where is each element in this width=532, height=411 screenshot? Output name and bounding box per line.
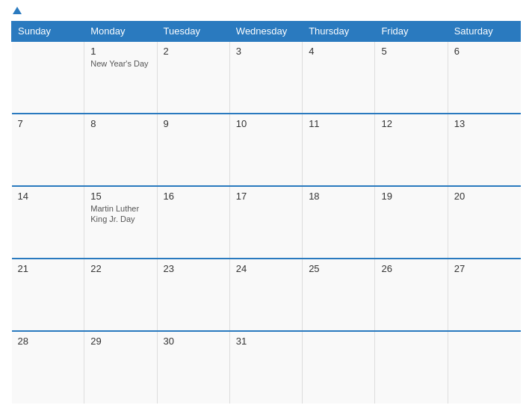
weekday-thursday: Thursday bbox=[303, 22, 375, 42]
calendar-cell bbox=[448, 331, 520, 404]
weekday-monday: Monday bbox=[84, 22, 157, 42]
calendar-cell: 29 bbox=[84, 331, 157, 404]
calendar-cell: 10 bbox=[229, 114, 302, 186]
calendar-cell: 1New Year's Day bbox=[84, 41, 157, 114]
day-number: 17 bbox=[236, 191, 296, 202]
calendar-cell: 21 bbox=[12, 259, 84, 331]
day-number: 30 bbox=[164, 336, 223, 347]
calendar-cell: 11 bbox=[303, 114, 375, 186]
day-number: 26 bbox=[381, 263, 441, 274]
calendar-cell: 8 bbox=[84, 114, 157, 186]
day-number: 21 bbox=[18, 263, 78, 274]
calendar-cell: 4 bbox=[303, 41, 375, 114]
calendar-cell: 18 bbox=[303, 186, 375, 259]
calendar-cell: 9 bbox=[157, 114, 229, 186]
calendar-cell: 7 bbox=[12, 114, 84, 186]
day-number: 31 bbox=[236, 336, 296, 347]
day-number: 1 bbox=[90, 46, 150, 57]
calendar-cell: 25 bbox=[303, 259, 375, 331]
calendar-cell: 17 bbox=[229, 186, 302, 259]
calendar-cell: 13 bbox=[448, 114, 520, 186]
weekday-saturday: Saturday bbox=[448, 22, 520, 42]
holiday-name: New Year's Day bbox=[90, 58, 150, 69]
day-number: 5 bbox=[381, 46, 441, 57]
calendar-cell: 28 bbox=[12, 331, 84, 404]
calendar-cell: 19 bbox=[375, 186, 448, 259]
calendar-cell bbox=[303, 331, 375, 404]
week-row-0: 1New Year's Day23456 bbox=[12, 41, 521, 114]
calendar-cell: 12 bbox=[375, 114, 448, 186]
calendar-container: SundayMondayTuesdayWednesdayThursdayFrid… bbox=[0, 0, 532, 411]
week-row-3: 21222324252627 bbox=[12, 259, 521, 331]
weekday-wednesday: Wednesday bbox=[229, 22, 302, 42]
day-number: 10 bbox=[236, 118, 296, 129]
week-row-1: 78910111213 bbox=[12, 114, 521, 186]
calendar-cell: 22 bbox=[84, 259, 157, 331]
weekday-sunday: Sunday bbox=[12, 22, 84, 42]
calendar-cell: 15Martin Luther King Jr. Day bbox=[84, 186, 157, 259]
week-row-4: 28293031 bbox=[12, 331, 521, 404]
day-number: 18 bbox=[309, 191, 368, 202]
day-number: 27 bbox=[454, 263, 515, 274]
day-number: 23 bbox=[164, 263, 223, 274]
day-number: 2 bbox=[164, 46, 223, 57]
calendar-cell: 31 bbox=[229, 331, 302, 404]
holiday-name: Martin Luther King Jr. Day bbox=[90, 203, 150, 225]
calendar-cell: 23 bbox=[157, 259, 229, 331]
weekday-tuesday: Tuesday bbox=[157, 22, 229, 42]
day-number: 11 bbox=[309, 118, 368, 129]
calendar-header bbox=[11, 7, 521, 15]
calendar-cell: 14 bbox=[12, 186, 84, 259]
day-number: 8 bbox=[90, 118, 150, 129]
calendar-cell: 20 bbox=[448, 186, 520, 259]
day-number: 14 bbox=[18, 191, 78, 202]
calendar-cell: 3 bbox=[229, 41, 302, 114]
day-number: 3 bbox=[236, 46, 296, 57]
week-row-2: 1415Martin Luther King Jr. Day1617181920 bbox=[12, 186, 521, 259]
calendar-table: SundayMondayTuesdayWednesdayThursdayFrid… bbox=[11, 21, 521, 404]
day-number: 24 bbox=[236, 263, 296, 274]
day-number: 16 bbox=[164, 191, 223, 202]
day-number: 19 bbox=[381, 191, 441, 202]
logo bbox=[11, 7, 22, 15]
calendar-cell: 16 bbox=[157, 186, 229, 259]
logo-triangle-icon bbox=[13, 7, 22, 14]
day-number: 12 bbox=[381, 118, 441, 129]
calendar-cell: 2 bbox=[157, 41, 229, 114]
weekday-friday: Friday bbox=[375, 22, 448, 42]
day-number: 20 bbox=[454, 191, 515, 202]
calendar-cell bbox=[12, 41, 84, 114]
calendar-cell bbox=[375, 331, 448, 404]
calendar-cell: 27 bbox=[448, 259, 520, 331]
weekday-header-row: SundayMondayTuesdayWednesdayThursdayFrid… bbox=[12, 22, 521, 42]
calendar-cell: 30 bbox=[157, 331, 229, 404]
day-number: 13 bbox=[454, 118, 515, 129]
day-number: 9 bbox=[164, 118, 223, 129]
day-number: 7 bbox=[18, 118, 78, 129]
calendar-cell: 26 bbox=[375, 259, 448, 331]
day-number: 22 bbox=[90, 263, 150, 274]
calendar-cell: 6 bbox=[448, 41, 520, 114]
day-number: 28 bbox=[18, 336, 78, 347]
day-number: 15 bbox=[90, 191, 150, 202]
day-number: 25 bbox=[309, 263, 368, 274]
day-number: 4 bbox=[309, 46, 368, 57]
calendar-cell: 5 bbox=[375, 41, 448, 114]
day-number: 29 bbox=[90, 336, 150, 347]
day-number: 6 bbox=[454, 46, 515, 57]
calendar-cell: 24 bbox=[229, 259, 302, 331]
